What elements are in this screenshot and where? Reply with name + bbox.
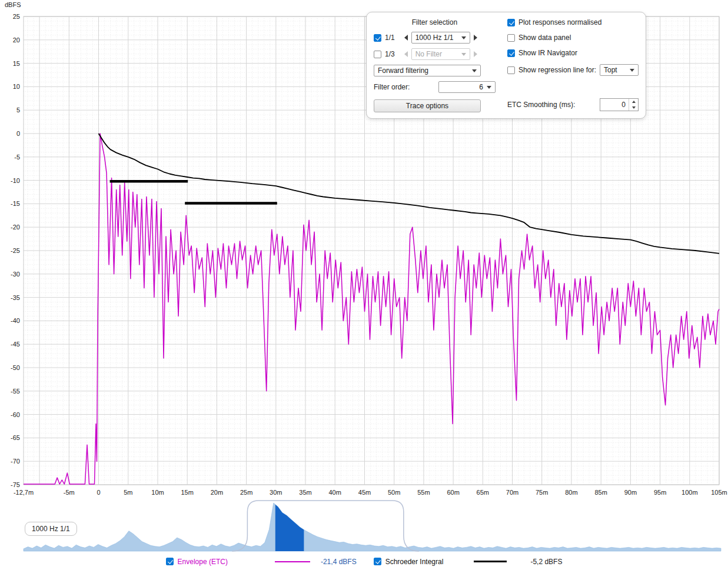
schroeder-legend-label: Schroeder Integral xyxy=(385,558,444,566)
filtering-mode-value: Forward filtering xyxy=(378,66,428,75)
x-tick-label: 5m xyxy=(124,489,132,496)
etc-smoothing-row: ETC Smoothing (ms): 0 xyxy=(507,98,639,111)
filter-1-1-checkbox[interactable] xyxy=(374,34,381,42)
filter-order-row: Filter order: 6 xyxy=(374,81,496,93)
show-regression-label: Show regression line for: xyxy=(518,66,596,74)
y-tick-label: -65 xyxy=(11,434,20,441)
y-tick-label: -50 xyxy=(11,364,20,371)
x-tick-label: 95m xyxy=(654,489,666,496)
filter-1-1-prev-arrow-icon[interactable] xyxy=(404,35,408,41)
x-tick-label: 80m xyxy=(565,489,577,496)
spinner-buttons xyxy=(629,99,638,111)
y-tick-label: -10 xyxy=(11,177,20,184)
filter-1-3-value: No Filter xyxy=(415,50,442,58)
filter-1-3-select[interactable]: No Filter xyxy=(411,48,470,60)
x-tick-label: 40m xyxy=(328,489,341,496)
x-tick-label: 55m xyxy=(417,489,430,496)
x-tick-label: 105m xyxy=(711,489,727,496)
filter-1-1-value: 1000 Hz 1/1 xyxy=(415,34,454,42)
chevron-down-icon xyxy=(630,69,634,72)
etc-controls-panel: Filter selection 1/1 1000 Hz 1/1 1/3 No … xyxy=(366,12,646,119)
x-tick-label: 90m xyxy=(624,489,637,496)
y-tick-label: -20 xyxy=(11,224,20,231)
x-tick-label: 60m xyxy=(447,489,459,496)
y-tick-label: -75 xyxy=(11,481,20,488)
y-tick-label: -55 xyxy=(11,388,20,395)
show-regression-row: Show regression line for: Topt xyxy=(507,64,639,76)
y-tick-label: -35 xyxy=(11,294,20,301)
schroeder-integral-curve xyxy=(99,134,720,254)
y-tick-label: -70 xyxy=(11,458,20,465)
chevron-down-icon xyxy=(461,53,466,56)
chevron-down-icon xyxy=(487,86,491,89)
spinner-up-icon[interactable] xyxy=(629,99,638,105)
y-tick-label: 20 xyxy=(13,36,20,44)
x-tick-label: 45m xyxy=(358,489,371,496)
nav-waveform xyxy=(24,503,721,551)
plot-normalised-checkbox[interactable] xyxy=(507,19,515,26)
x-tick-label: 30m xyxy=(270,489,282,496)
y-tick-label: -5 xyxy=(14,154,20,161)
show-ir-navigator-label: Show IR Navigator xyxy=(518,49,577,57)
x-tick-label: 0 xyxy=(97,489,100,496)
ir-navigator[interactable] xyxy=(0,499,728,553)
filtering-mode-row: Forward filtering xyxy=(374,65,496,76)
etc-smoothing-label: ETC Smoothing (ms): xyxy=(507,101,575,109)
show-data-panel-checkbox[interactable] xyxy=(507,34,515,42)
schroeder-line-sample xyxy=(474,561,507,562)
y-tick-label: -60 xyxy=(11,411,20,418)
ir-navigator-filter-label: 1000 Hz 1/1 xyxy=(25,522,77,536)
y-tick-label: -30 xyxy=(11,271,20,278)
x-tick-label: 85m xyxy=(594,489,607,496)
filter-1-3-checkbox[interactable] xyxy=(374,51,381,58)
filter-1-3-next-arrow-icon[interactable] xyxy=(474,51,477,57)
trace-options-button[interactable]: Trace options xyxy=(374,99,481,112)
x-tick-label: 20m xyxy=(211,489,223,496)
y-tick-label: 5 xyxy=(16,106,20,114)
x-tick-label: 100m xyxy=(682,489,698,496)
filter-1-1-row: 1/1 1000 Hz 1/1 xyxy=(374,32,496,44)
etc-smoothing-spinner[interactable]: 0 xyxy=(600,98,639,111)
legend-bar: Envelope (ETC) -21,4 dBFS Schroeder Inte… xyxy=(0,553,728,570)
filter-order-value: 6 xyxy=(443,83,483,91)
filter-1-1-next-arrow-icon[interactable] xyxy=(474,35,477,41)
filter-1-3-prev-arrow-icon[interactable] xyxy=(404,51,408,57)
filter-1-3-label: 1/3 xyxy=(385,50,395,58)
x-tick-label: 15m xyxy=(181,489,193,496)
x-tick-label: 25m xyxy=(240,489,252,496)
x-tick-label: -5m xyxy=(64,489,75,496)
rew-etc-window: dBFS 2520151050-5-10-15-20-25-30-35-40-4… xyxy=(0,0,728,570)
y-tick-label: -15 xyxy=(11,200,20,207)
filter-1-3-row: 1/3 No Filter xyxy=(374,48,496,60)
y-tick-label: -25 xyxy=(11,247,20,254)
y-tick-label: -40 xyxy=(11,317,20,324)
envelope-visibility-checkbox[interactable] xyxy=(166,558,174,565)
schroeder-visibility-checkbox[interactable] xyxy=(374,558,381,565)
x-tick-label: 10m xyxy=(151,489,164,496)
filtering-mode-select[interactable]: Forward filtering xyxy=(374,65,481,76)
filter-1-1-select[interactable]: 1000 Hz 1/1 xyxy=(411,32,470,44)
y-tick-label: 10 xyxy=(13,83,20,90)
etc-smoothing-value: 0 xyxy=(600,99,629,111)
filter-1-1-label: 1/1 xyxy=(385,34,395,42)
display-options-column: Plot responses normalised Show data pane… xyxy=(507,18,639,112)
show-ir-navigator-checkbox[interactable] xyxy=(507,49,515,57)
spinner-down-icon[interactable] xyxy=(629,105,638,111)
show-regression-checkbox[interactable] xyxy=(507,66,515,74)
show-data-panel-label: Show data panel xyxy=(518,34,571,42)
regression-target-select[interactable]: Topt xyxy=(600,64,639,76)
x-tick-label: 35m xyxy=(299,489,311,496)
envelope-legend-label: Envelope (ETC) xyxy=(178,558,228,566)
plot-normalised-row: Plot responses normalised xyxy=(507,18,639,26)
filter-selection-column: Filter selection 1/1 1000 Hz 1/1 1/3 No … xyxy=(374,18,496,112)
y-tick-label: 0 xyxy=(16,130,20,137)
filter-order-label: Filter order: xyxy=(374,83,410,91)
envelope-value: -21,4 dBFS xyxy=(321,558,357,566)
x-tick-label: 75m xyxy=(536,489,548,496)
x-tick-label: 65m xyxy=(477,489,489,496)
schroeder-value: -5,2 dBFS xyxy=(530,558,562,566)
filter-order-select[interactable]: 6 xyxy=(438,81,496,93)
plot-normalised-label: Plot responses normalised xyxy=(518,18,601,26)
show-data-panel-row: Show data panel xyxy=(507,34,639,42)
y-tick-label: 25 xyxy=(13,13,20,20)
